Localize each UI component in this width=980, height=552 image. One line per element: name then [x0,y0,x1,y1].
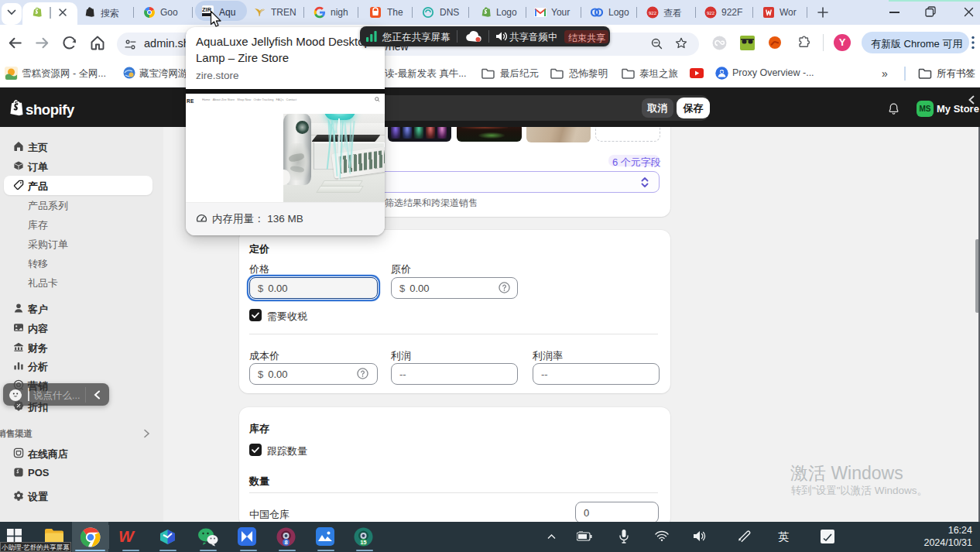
svg-text:8: 8 [284,539,287,546]
svg-text:922: 922 [707,11,715,15]
svg-text:922: 922 [649,11,657,15]
svg-text:15: 15 [361,540,367,545]
